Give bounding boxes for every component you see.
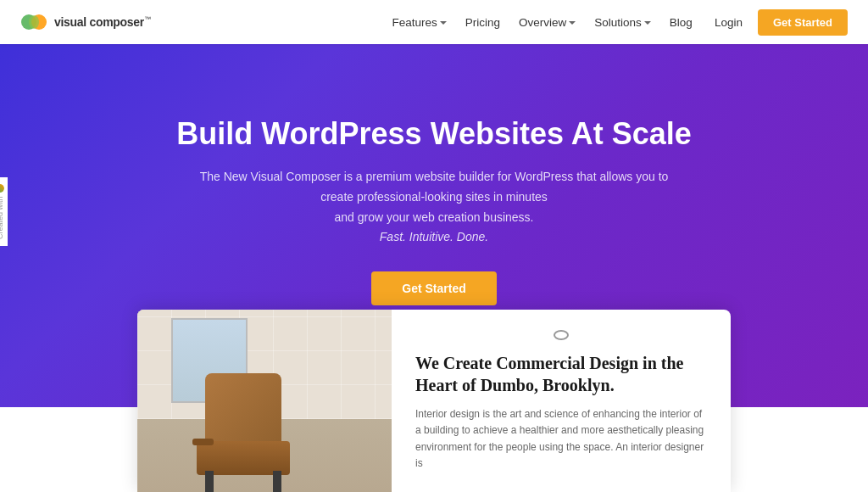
svg-point-2: [29, 15, 39, 29]
login-link[interactable]: Login: [704, 13, 753, 32]
nav-solutions[interactable]: Solutions: [587, 13, 658, 32]
logo-icon: [20, 13, 47, 31]
nav-overview[interactable]: Overview: [512, 13, 582, 32]
hero-title: Build WordPress Websites At Scale: [176, 115, 692, 152]
nav-pricing[interactable]: Pricing: [459, 13, 507, 32]
nav-features[interactable]: Features: [385, 13, 453, 32]
logo-text: visual composer™: [54, 15, 151, 29]
navbar: visual composer™ Features Pricing Overvi…: [0, 0, 868, 44]
preview-content: We Create Commercial Design in the Heart…: [392, 310, 731, 492]
logo[interactable]: visual composer™: [20, 13, 151, 31]
chair-decoration: [188, 356, 307, 492]
preview-card: We Create Commercial Design in the Heart…: [137, 310, 731, 492]
preview-heading: We Create Commercial Design in the Heart…: [415, 352, 707, 396]
hero-subtitle: The New Visual Composer is a premium web…: [197, 167, 671, 248]
side-badge-icon: [0, 184, 4, 193]
nav-links: Features Pricing Overview Solutions Blog…: [385, 9, 848, 36]
side-badge: Created with: [0, 177, 8, 246]
chevron-down-icon: [569, 21, 576, 25]
preview-image: [137, 310, 392, 492]
chevron-down-icon: [440, 21, 447, 25]
preview-dot: [554, 330, 569, 340]
preview-body-text: Interior design is the art and science o…: [415, 406, 707, 472]
hero-cta-button[interactable]: Get Started: [371, 271, 496, 305]
chevron-down-icon: [644, 21, 651, 25]
nav-blog[interactable]: Blog: [663, 13, 699, 32]
nav-cta-button[interactable]: Get Started: [758, 9, 848, 36]
